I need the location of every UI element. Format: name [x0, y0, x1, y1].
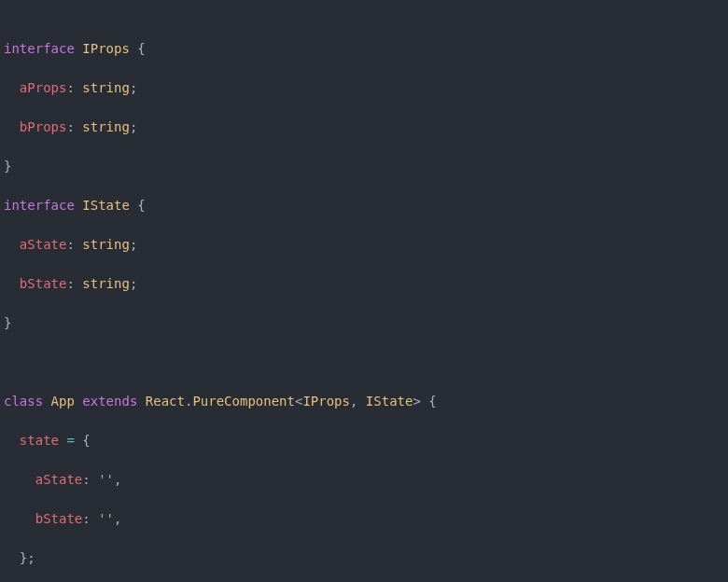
- brace: {: [82, 433, 90, 448]
- code-line[interactable]: aState: '',: [4, 470, 728, 490]
- keyword: interface: [4, 198, 75, 213]
- comma: ,: [114, 472, 121, 487]
- colon: :: [66, 119, 74, 134]
- code-line[interactable]: interface IProps {: [4, 39, 728, 59]
- semicolon: ;: [130, 119, 137, 134]
- colon: :: [66, 276, 74, 291]
- code-line[interactable]: }: [4, 157, 728, 176]
- colon: :: [66, 80, 74, 95]
- keyword: class: [4, 394, 43, 409]
- type-identifier: IState: [366, 394, 413, 409]
- code-line[interactable]: aProps: string;: [4, 78, 728, 98]
- code-line[interactable]: [4, 353, 728, 372]
- brace: }: [4, 315, 11, 330]
- brace: {: [137, 198, 145, 213]
- operator: =: [66, 433, 74, 448]
- type-identifier: React: [146, 394, 185, 409]
- type-identifier: IState: [82, 198, 130, 213]
- property: bState: [35, 511, 83, 526]
- colon: :: [66, 237, 74, 252]
- string-literal: '': [98, 472, 114, 487]
- type-identifier: PureComponent: [192, 394, 295, 409]
- brace: {: [428, 394, 436, 409]
- semicolon: ;: [27, 550, 35, 565]
- angle-bracket: >: [413, 394, 420, 409]
- type-identifier: string: [82, 276, 130, 291]
- semicolon: ;: [130, 276, 137, 291]
- code-line[interactable]: state = {: [4, 431, 728, 450]
- code-line[interactable]: aState: string;: [4, 235, 728, 255]
- brace: }: [4, 159, 11, 173]
- colon: :: [82, 511, 90, 526]
- type-identifier: string: [82, 237, 130, 252]
- keyword: interface: [4, 41, 75, 56]
- code-line[interactable]: bState: string;: [4, 274, 728, 294]
- code-line[interactable]: class App extends React.PureComponent<IP…: [4, 392, 728, 411]
- brace: {: [137, 41, 145, 56]
- property: bState: [20, 276, 67, 291]
- code-line[interactable]: };: [4, 548, 728, 568]
- property: bProps: [20, 119, 67, 134]
- property: state: [20, 433, 59, 448]
- code-line[interactable]: interface IState {: [4, 196, 728, 215]
- property: aState: [35, 472, 83, 487]
- comma: ,: [350, 394, 357, 409]
- code-line[interactable]: bState: '',: [4, 509, 728, 529]
- type-identifier: string: [82, 119, 130, 134]
- comma: ,: [114, 511, 121, 526]
- colon: :: [82, 472, 90, 487]
- property: aProps: [20, 80, 67, 95]
- code-editor[interactable]: interface IProps { aProps: string; bProp…: [0, 0, 728, 582]
- semicolon: ;: [130, 80, 137, 95]
- keyword: extends: [82, 394, 137, 409]
- type-identifier: App: [51, 394, 75, 409]
- type-identifier: IProps: [302, 394, 350, 409]
- code-line[interactable]: }: [4, 313, 728, 333]
- string-literal: '': [98, 511, 114, 526]
- type-identifier: IProps: [82, 41, 130, 56]
- property: aState: [20, 237, 67, 252]
- code-line[interactable]: bProps: string;: [4, 118, 728, 137]
- type-identifier: string: [82, 80, 130, 95]
- semicolon: ;: [130, 237, 137, 252]
